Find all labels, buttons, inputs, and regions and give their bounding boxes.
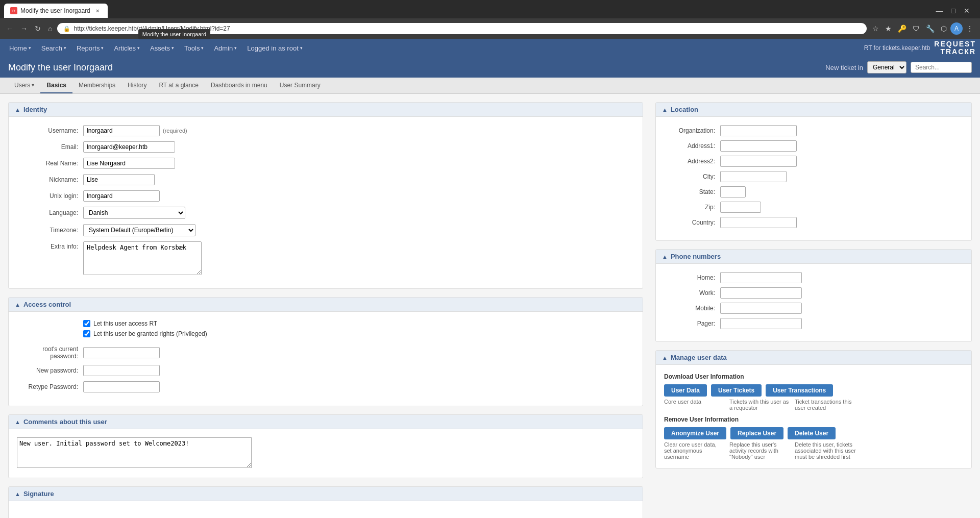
work-phone-input[interactable] (720, 287, 802, 299)
browser-tab[interactable]: R Modify the user Inorgaard ✕ (4, 4, 108, 18)
mobile-phone-label: Mobile: (664, 305, 720, 312)
nav-assets[interactable]: Assets ▾ (145, 40, 179, 56)
tab-tooltip: Modify the user Inorgaard (138, 29, 210, 39)
country-input[interactable] (720, 217, 797, 228)
org-input[interactable] (720, 125, 797, 136)
user-data-button[interactable]: User Data (664, 384, 707, 397)
signature-header[interactable]: ▲ Signature (9, 487, 643, 501)
retype-password-input[interactable] (83, 381, 160, 392)
user-transactions-desc: Ticket transactions this user created (795, 399, 856, 411)
nav-admin[interactable]: Admin ▾ (209, 40, 242, 56)
tab-bar: R Modify the user Inorgaard ✕ Modify the… (0, 0, 980, 18)
delete-desc: Delete this user, tickets associated wit… (795, 441, 856, 460)
subnav-memberships[interactable]: Memberships (72, 78, 121, 93)
profile-icon[interactable]: A (950, 22, 963, 35)
nav-home[interactable]: Home ▾ (4, 40, 36, 56)
comments-title: Comments about this user (23, 418, 107, 426)
identity-toggle-icon: ▲ (15, 107, 20, 113)
home-button[interactable]: ⌂ (46, 23, 54, 34)
maximize-button[interactable]: □ (949, 6, 958, 16)
anonymize-user-button[interactable]: Anonymize User (664, 427, 726, 439)
zip-input[interactable] (720, 202, 761, 213)
address1-input[interactable] (720, 140, 797, 152)
bookmark-icon[interactable]: ☆ (870, 23, 881, 34)
header-search-input[interactable] (911, 62, 972, 73)
pager-phone-input[interactable] (720, 318, 802, 329)
download-desc-row: Core user data Tickets with this user as… (664, 399, 963, 411)
comments-header[interactable]: ▲ Comments about this user (9, 415, 643, 429)
unixlogin-row: Unix login: (17, 190, 634, 202)
username-input[interactable] (83, 125, 160, 136)
ext1-icon[interactable]: ★ (883, 23, 894, 34)
nav-tools[interactable]: Tools ▾ (179, 40, 209, 56)
unixlogin-label: Unix login: (17, 192, 83, 200)
state-row: State: (664, 186, 963, 198)
comments-body: New user. Initial password set to Welcom… (9, 429, 643, 478)
back-button[interactable]: ← (4, 23, 15, 34)
nav-reports[interactable]: Reports ▾ (71, 40, 109, 56)
delete-user-button[interactable]: Delete User (788, 427, 836, 439)
address2-label: Address2: (664, 158, 720, 165)
main-content: ▲ Identity Username: (required) Email: R… (0, 94, 980, 518)
new-password-input[interactable] (83, 365, 160, 376)
subnav-dashboards[interactable]: Dashboards in menu (205, 78, 274, 93)
comments-textarea[interactable]: New user. Initial password set to Welcom… (17, 437, 252, 468)
let-rights-label: Let this user be granted rights (Privile… (93, 330, 207, 337)
unixlogin-input[interactable] (83, 190, 160, 202)
remove-title: Remove User Information (664, 416, 963, 423)
subnav-history[interactable]: History (121, 78, 153, 93)
subnav-user-summary[interactable]: User Summary (274, 78, 327, 93)
right-panel: ▲ Location Organization: Address1: Addre… (655, 102, 972, 518)
subnav-users-arrow: ▾ (32, 82, 34, 88)
new-ticket-select[interactable]: General (867, 61, 906, 73)
nav-loggedin[interactable]: Logged in as root ▾ (242, 40, 307, 56)
reload-button[interactable]: ↻ (33, 23, 43, 34)
address2-input[interactable] (720, 156, 797, 167)
email-input[interactable] (83, 141, 175, 153)
nav-articles[interactable]: Articles ▾ (109, 40, 145, 56)
nav-search[interactable]: Search ▾ (36, 40, 71, 56)
location-header[interactable]: ▲ Location (656, 103, 971, 117)
work-phone-label: Work: (664, 289, 720, 297)
current-password-input[interactable] (83, 347, 160, 358)
home-phone-input[interactable] (720, 272, 802, 283)
close-window-button[interactable]: ✕ (962, 6, 972, 16)
subnav-rt-at-glance[interactable]: RT at a glance (153, 78, 205, 93)
tab-close-button[interactable]: ✕ (93, 7, 102, 15)
forward-button[interactable]: → (18, 23, 30, 34)
home-phone-label: Home: (664, 274, 720, 281)
ext2-icon[interactable]: 🔑 (895, 23, 909, 34)
subnav-basics[interactable]: Basics (40, 78, 72, 93)
user-data-desc: Core user data (664, 399, 725, 411)
minimize-button[interactable]: — (934, 6, 945, 16)
access-control-header[interactable]: ▲ Access control (9, 298, 643, 312)
language-select[interactable]: Danish English German French (83, 207, 185, 219)
phone-header[interactable]: ▲ Phone numbers (656, 250, 971, 264)
home-phone-row: Home: (664, 272, 963, 283)
username-label: Username: (17, 127, 83, 134)
nickname-label: Nickname: (17, 176, 83, 183)
identity-header[interactable]: ▲ Identity (9, 103, 643, 117)
nickname-input[interactable] (83, 174, 155, 185)
replace-user-button[interactable]: Replace User (730, 427, 783, 439)
extrainfo-textarea[interactable]: Helpdesk Agent from Korsbæk (83, 241, 202, 275)
ext5-icon[interactable]: ⬡ (938, 23, 949, 34)
rt-logo-line2: TRACКR (940, 48, 976, 56)
let-access-checkbox[interactable] (83, 320, 90, 327)
user-tickets-button[interactable]: User Tickets (711, 384, 762, 397)
ext4-icon[interactable]: 🔧 (923, 23, 937, 34)
more-icon[interactable]: ⋮ (964, 23, 976, 34)
ext3-icon[interactable]: 🛡 (910, 23, 922, 34)
manage-user-data-header[interactable]: ▲ Manage user data (656, 351, 971, 365)
timezone-select[interactable]: System Default (Europe/Berlin) UTC Ameri… (83, 224, 195, 236)
location-body: Organization: Address1: Address2: City: … (656, 117, 971, 240)
city-input[interactable] (720, 171, 787, 182)
access-control-toggle-icon: ▲ (15, 302, 20, 308)
mobile-phone-input[interactable] (720, 303, 802, 314)
realname-input[interactable] (83, 158, 175, 169)
state-input[interactable] (720, 186, 746, 198)
user-transactions-button[interactable]: User Transactions (766, 384, 833, 397)
let-rights-checkbox[interactable] (83, 330, 90, 337)
new-ticket-label: New ticket in (825, 64, 863, 71)
subnav-users[interactable]: Users ▾ (8, 78, 40, 93)
